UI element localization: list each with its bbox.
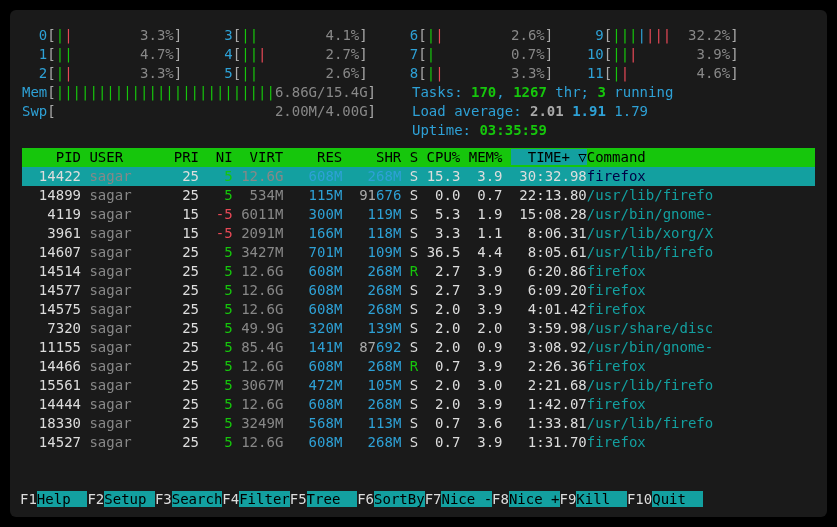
fkey-nice -[interactable]: Nice - [441,491,492,507]
table-row[interactable]: 14607 sagar 25 5 3427M 701M 109M S 36.5 … [22,243,815,262]
fkey-nice +[interactable]: Nice + [509,491,560,507]
fkey-tree[interactable]: Tree [307,491,358,507]
function-key-bar[interactable]: F1Help F2Setup F3SearchF4FilterF5Tree F6… [20,490,703,509]
table-row[interactable]: 14444 sagar 25 5 12.6G 608M 268M S 2.0 3… [22,395,815,414]
table-row[interactable]: 14422 sagar 25 5 12.6G 608M 268M S 15.3 … [22,167,815,186]
table-row[interactable]: 14527 sagar 25 5 12.6G 608M 268M S 0.7 3… [22,433,815,452]
tasks-info: Tasks: 170, 1267 thr; 3 running [412,83,815,102]
table-row[interactable]: 14577 sagar 25 5 12.6G 608M 268M S 2.7 3… [22,281,815,300]
process-list[interactable]: 14422 sagar 25 5 12.6G 608M 268M S 15.3 … [22,167,815,452]
table-row[interactable]: 14575 sagar 25 5 12.6G 608M 268M S 2.0 3… [22,300,815,319]
fkey-setup[interactable]: Setup [104,491,155,507]
mem-meter: Mem[||||||||||||||||||||||||||6.86G/15.4… [22,83,412,102]
fkey-quit[interactable]: Quit [652,491,703,507]
fkey-filter[interactable]: Filter [239,491,290,507]
table-row[interactable]: 7320 sagar 25 5 49.9G 320M 139M S 2.0 2.… [22,319,815,338]
table-row[interactable]: 15561 sagar 25 5 3067M 472M 105M S 2.0 3… [22,376,815,395]
table-row[interactable]: 3961 sagar 15 -5 2091M 166M 118M S 3.3 1… [22,224,815,243]
fkey-help[interactable]: Help [37,491,88,507]
fkey-kill[interactable]: Kill [576,491,627,507]
load-average: Load average: 2.01 1.91 1.79 [412,102,815,121]
swp-meter: Swp[ 2.00M/4.00G] [22,102,412,121]
cpu-meters: 0[|| 3.3%] 3[|| 4.1%] 6[|| 2.6%] 9[|||||… [22,26,815,83]
fkey-search[interactable]: Search [172,491,223,507]
table-row[interactable]: 14466 sagar 25 5 12.6G 608M 268M R 0.7 3… [22,357,815,376]
table-row[interactable]: 4119 sagar 15 -5 6011M 300M 119M S 5.3 1… [22,205,815,224]
fkey-sortby[interactable]: SortBy [374,491,425,507]
htop-terminal: 0[|| 3.3%] 3[|| 4.1%] 6[|| 2.6%] 9[|||||… [10,10,827,517]
table-row[interactable]: 18330 sagar 25 5 3249M 568M 113M S 0.7 3… [22,414,815,433]
table-row[interactable]: 14514 sagar 25 5 12.6G 608M 268M R 2.7 3… [22,262,815,281]
column-headers[interactable]: PID USER PRI NI VIRT RES SHR S CPU% MEM%… [22,148,815,167]
table-row[interactable]: 14899 sagar 25 5 534M 115M 91676 S 0.0 0… [22,186,815,205]
uptime: Uptime: 03:35:59 [412,121,815,140]
table-row[interactable]: 11155 sagar 25 5 85.4G 141M 87692 S 2.0 … [22,338,815,357]
